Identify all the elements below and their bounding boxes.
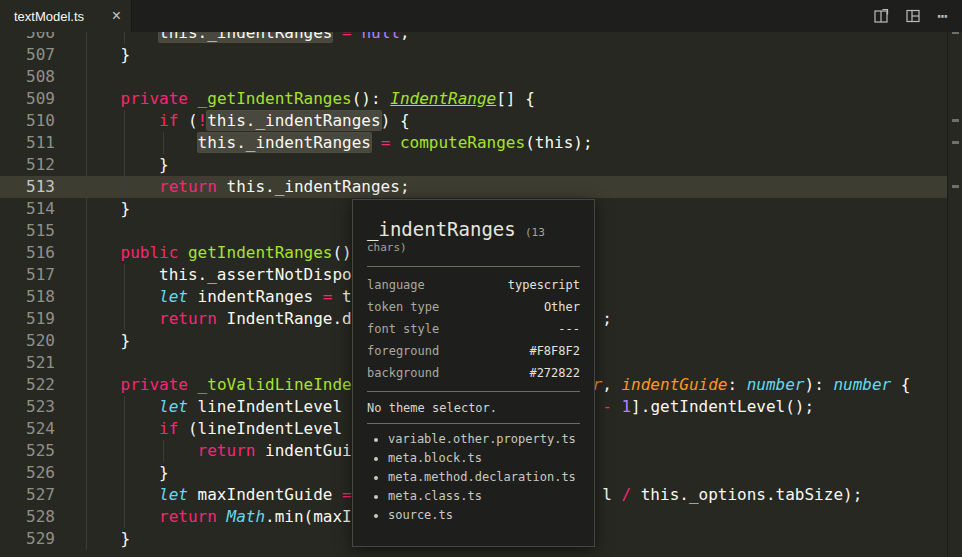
indent-guide [86, 132, 87, 154]
line-number: 509 [0, 88, 82, 110]
code-token: private [121, 89, 188, 108]
indent-guide [163, 132, 164, 154]
code-token: 1 [621, 397, 631, 416]
line-number: 520 [0, 330, 82, 352]
code-content: return this._indentRanges; [82, 176, 948, 198]
code-content: private _getIndentRanges(): IndentRange[… [82, 88, 948, 110]
code-token: .min(maxI [265, 507, 352, 526]
split-editor-icon[interactable] [873, 8, 889, 24]
overview-ruler[interactable] [947, 32, 962, 557]
scope-list: variable.other.property.tsmeta.block.tsm… [367, 432, 580, 523]
code-token: this._indentRanges; [217, 177, 410, 196]
indent-guide [124, 132, 125, 154]
indentation [82, 89, 121, 108]
indent-guide [86, 374, 87, 396]
code-token: : [727, 375, 746, 394]
tab-bar: textModel.ts × ⋯ [0, 0, 962, 32]
indent-guide [86, 88, 87, 110]
code-token: ; [400, 32, 410, 42]
code-token: _toValidLineInde [198, 375, 352, 394]
indent-guide [124, 396, 125, 418]
indent-guide [86, 484, 87, 506]
theme-selector-note: No theme selector. [367, 401, 580, 415]
property-label: font style [367, 318, 439, 340]
indentation [82, 243, 121, 262]
code-token: ): [805, 375, 834, 394]
editor-layout-icon[interactable] [905, 8, 921, 24]
code-line-509[interactable]: 509 private _getIndentRanges(): IndentRa… [0, 88, 948, 110]
code-token: if [159, 419, 178, 438]
code-line-506[interactable]: 506 this._indentRanges = null; [0, 32, 948, 44]
property-label: foreground [367, 340, 439, 362]
occurrence-highlight-token: this._indentRanges [198, 133, 371, 152]
line-number: 515 [0, 220, 82, 242]
code-token: let [159, 397, 188, 416]
property-label: background [367, 362, 439, 384]
code-line-511[interactable]: 511 this._indentRanges = computeRanges(t… [0, 132, 948, 154]
indent-guide [124, 308, 125, 330]
code-token: ].getIndentLevel(); [631, 397, 814, 416]
indent-guide [124, 418, 125, 440]
code-token: { [891, 375, 910, 394]
code-token: return [159, 309, 217, 328]
widget-divider [367, 423, 580, 424]
code-token: } [121, 529, 131, 548]
line-number: 514 [0, 198, 82, 220]
token-property-row: font style--- [367, 318, 580, 340]
code-token: computeRanges [400, 133, 525, 152]
indentation [82, 199, 121, 218]
tab-textmodel[interactable]: textModel.ts × [0, 0, 132, 32]
indent-guide [124, 32, 125, 44]
inspect-tokens-widget: _indentRanges (13 chars) languagetypescr… [352, 199, 595, 547]
code-token: let [159, 485, 188, 504]
indent-guide [86, 176, 87, 198]
editor-pane[interactable]: 506 this._indentRanges = null;507 }50850… [0, 32, 962, 557]
indent-guide [86, 506, 87, 528]
code-token: l [602, 485, 621, 504]
property-value: typescript [508, 274, 580, 296]
code-line-507[interactable]: 507 } [0, 44, 948, 66]
line-number: 512 [0, 154, 82, 176]
code-token: t [332, 287, 351, 306]
line-number: 526 [0, 462, 82, 484]
code-token [217, 507, 227, 526]
code-line-510[interactable]: 510 if (!this._indentRanges) { [0, 110, 948, 132]
code-content: this._indentRanges = computeRanges(this)… [82, 132, 948, 154]
indent-guide [124, 484, 125, 506]
indentation [82, 507, 159, 526]
indent-guide [124, 264, 125, 286]
indentation [82, 463, 159, 482]
code-token: } [121, 45, 131, 64]
indent-guide [86, 242, 87, 264]
indentation [82, 441, 198, 460]
line-number: 506 [0, 32, 82, 44]
code-line-508[interactable]: 508 [0, 66, 948, 88]
code-content: this._indentRanges = null; [82, 32, 948, 44]
indentation [82, 397, 159, 416]
property-label: token type [367, 296, 439, 318]
code-token: indentRanges [188, 287, 323, 306]
code-token [188, 89, 198, 108]
code-line-512[interactable]: 512 } [0, 154, 948, 176]
indentation [82, 529, 121, 548]
code-token: public [121, 243, 179, 262]
code-token [332, 32, 342, 42]
code-token: getIndentRanges [188, 243, 333, 262]
close-icon[interactable]: × [112, 8, 121, 24]
code-token: ! [198, 111, 208, 130]
code-content: if (!this._indentRanges) { [82, 110, 948, 132]
indent-guide [124, 286, 125, 308]
code-token: this._options.tabSize); [631, 485, 862, 504]
code-token: ) { [381, 111, 410, 130]
indent-guide [86, 286, 87, 308]
code-token: this._assertNotDispo [159, 265, 352, 284]
widget-divider [367, 266, 580, 267]
code-line-513[interactable]: 513 return this._indentRanges; [0, 176, 948, 198]
more-actions-icon[interactable]: ⋯ [937, 8, 948, 24]
property-label: language [367, 274, 425, 296]
line-number: 507 [0, 44, 82, 66]
indent-guide [86, 44, 87, 66]
indentation [82, 419, 159, 438]
indent-guide [163, 440, 164, 462]
indentation [82, 331, 121, 350]
